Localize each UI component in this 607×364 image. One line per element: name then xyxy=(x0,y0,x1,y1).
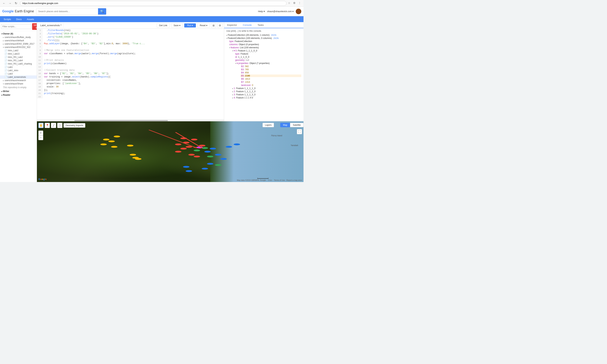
code-line: 13 xyxy=(37,65,224,69)
zoom-in-button[interactable]: + xyxy=(38,130,43,135)
code-line: 15 var bands = ['B2', 'B3', 'B4', 'B5', … xyxy=(37,72,224,75)
search-button[interactable]: 🔍 xyxy=(98,8,106,14)
map-toolbar: ✋ 📍 ╱ ⬡ Geometry Imports xyxy=(38,123,85,128)
fullscreen-button[interactable]: ⛶ xyxy=(297,129,302,134)
console-item-fc100[interactable]: FeatureCollection (100 elements, 0 colum… xyxy=(226,37,301,39)
sidebar-subitem-introlab2[interactable]: 📄 Intro_Lab2 xyxy=(0,49,37,52)
nav-tabs: Scripts Docs Assets xyxy=(0,16,304,22)
sidebar-item-env-emm[interactable]: ▸ users/shaun/ENV_EMM_2017 xyxy=(0,42,37,46)
sidebar-item-research[interactable]: ▸ users/shaun/research xyxy=(0,79,37,82)
sidebar-subitem-introlab-rs2[interactable]: 📄 Intro_RS_Lab2 xyxy=(0,55,37,59)
console-feature-3[interactable]: 3: Feature 1_1_1_3_0 xyxy=(232,93,301,96)
bottom-area: ✋ 📍 ╱ ⬡ Geometry Imports + − xyxy=(37,121,304,182)
folder-icon: ▸ xyxy=(3,40,4,42)
star-icon[interactable]: ☆ xyxy=(288,1,292,5)
blue-pin xyxy=(202,168,208,170)
sidebar-subitem-lab1[interactable]: 📄 Lab1 xyxy=(0,65,37,69)
sidebar-subitem-lab3[interactable]: 📄 Lab3 xyxy=(0,72,37,75)
polygon-tool-button[interactable]: ⬡ xyxy=(57,123,62,128)
console-feature-4[interactable]: 4: Feature 1 1 1 4 0 xyxy=(232,96,301,99)
red-pin xyxy=(188,154,195,156)
run-button[interactable]: Run ▾ xyxy=(184,23,196,27)
sidebar-item-label: users/shaun/Buffalo_study xyxy=(5,36,31,39)
geometry-imports-button[interactable]: Geometry Imports xyxy=(64,123,85,128)
satellite-view-button[interactable]: Satellite xyxy=(290,123,304,127)
yellow-pin xyxy=(108,141,115,142)
console-f0-properties[interactable]: ▾ properties: Object (7 properties) xyxy=(235,62,301,65)
console-tab[interactable]: Console xyxy=(240,22,255,28)
sidebar-item-env202[interactable]: ▾ users/shaun/ENV202_502 xyxy=(0,46,37,49)
console-item-fc28[interactable]: FeatureCollection (28 elements, 1 column… xyxy=(226,34,301,36)
tasks-tab[interactable]: Tasks xyxy=(255,22,267,28)
sidebar-item-default[interactable]: ▸ users/shaun/default xyxy=(0,39,37,42)
map-container[interactable]: ✋ 📍 ╱ ⬡ Geometry Imports + − xyxy=(37,121,304,182)
console-columns: columns: Object (0 properties) xyxy=(229,43,301,46)
new-button[interactable]: NEW ▾ xyxy=(32,23,37,30)
yellow-pin xyxy=(130,154,136,156)
owner-group[interactable]: Owner (6) xyxy=(0,32,37,36)
editor-tab-label[interactable]: Lab4_screenshots * xyxy=(38,23,64,28)
grid-view-button[interactable]: ⊞ xyxy=(211,23,216,28)
address-bar[interactable] xyxy=(20,1,287,6)
user-email[interactable]: shaun@shaunlevick.com ▾ xyxy=(267,10,293,13)
back-button[interactable]: ← xyxy=(1,1,7,6)
code-line: 5 .first()); xyxy=(37,39,224,42)
help-button[interactable]: Help ▾ xyxy=(258,10,265,13)
scale-label: 5 km xyxy=(268,179,272,181)
app-header: Google Earth Engine 🔍 Help ▾ shaun@shaun… xyxy=(0,7,304,16)
forward-button[interactable]: → xyxy=(7,1,13,6)
sidebar-item-buffalo[interactable]: ▸ users/shaun/Buffalo_study xyxy=(0,36,37,39)
reader-section[interactable]: Reader xyxy=(0,93,37,97)
writer-section[interactable]: Writer xyxy=(0,90,37,93)
reset-button[interactable]: Reset ▾ xyxy=(197,23,210,28)
map-scale xyxy=(257,178,268,179)
assets-tab[interactable]: Assets xyxy=(25,17,36,21)
sidebar-subitem-lab4[interactable]: 📄 Lab4_screenshots xyxy=(0,75,37,79)
folder-icon-open: ▾ xyxy=(3,83,4,85)
console-feature-1[interactable]: 1: Feature 1_1_1_1_0 xyxy=(232,87,301,90)
yellow-pin xyxy=(135,158,141,160)
extension-icon[interactable]: ⚙ xyxy=(293,1,297,5)
docs-tab[interactable]: Docs xyxy=(14,17,24,21)
chrome-menu-icon[interactable]: ⋮ xyxy=(298,1,302,5)
console-feature-0-children: type: Feature id: 1_1_1_0_0 geometry: nu… xyxy=(232,52,301,87)
layers-button[interactable]: Layers xyxy=(262,123,274,127)
user-avatar[interactable] xyxy=(296,9,301,14)
console-b5: B5: 2190 xyxy=(240,75,301,77)
red-pin xyxy=(180,148,187,150)
map-view-button[interactable]: Map xyxy=(280,123,290,127)
console-features[interactable]: features: List (100 elements) xyxy=(229,46,301,49)
zoom-out-button[interactable]: − xyxy=(38,135,43,140)
save-button[interactable]: Save ▾ xyxy=(171,23,183,28)
console-features-children: ▾ 0: Feature 1_1_1_0_0 type: Feature id:… xyxy=(229,49,301,99)
line-tool-button[interactable]: ╱ xyxy=(51,123,56,128)
code-editor[interactable]: 2 .filterBounds(roi) 3 .filterDate('2016… xyxy=(37,29,224,120)
code-line: 2 .filterBounds(roi) xyxy=(37,29,224,32)
sidebar-subitem-lab1intro[interactable]: 📄 Lab1_intro xyxy=(0,69,37,72)
console-b4: B4: 858 xyxy=(241,71,301,74)
code-line: 19 scale: 30 xyxy=(37,85,224,89)
sidebar-subitem-introlab-rs5[interactable]: 📄 Intro_RS_Lab5_charting xyxy=(0,62,37,65)
search-input[interactable] xyxy=(36,8,98,14)
refresh-button[interactable]: ↻ xyxy=(13,1,18,6)
settings-button[interactable]: ⚙ xyxy=(218,23,222,28)
main-layout: NEW ▾ Owner (6) ▸ users/shaun/Buffalo_st… xyxy=(0,22,304,182)
console-f0-type: type: Feature xyxy=(235,52,301,55)
pan-tool-button[interactable]: ✋ xyxy=(38,123,43,128)
terms-link[interactable]: Terms of Use xyxy=(274,179,285,181)
sidebar-item-share[interactable]: ▾ users/shaun/Share xyxy=(0,82,37,85)
get-link-button[interactable]: Get Link xyxy=(157,23,170,28)
sidebar-subitem-introlab-rs4[interactable]: 📄 Intro_RS_Lab4 xyxy=(0,59,37,62)
editor-scrollbar[interactable] xyxy=(37,120,224,121)
report-map-error-link[interactable]: Report a map error xyxy=(287,179,302,181)
google-logo-map: Google xyxy=(38,178,47,181)
point-tool-button[interactable]: 📍 xyxy=(45,123,50,128)
console-b2: B2: 582 xyxy=(241,65,301,68)
browser-chrome: ← → ↻ ☆ ⚙ ⋮ xyxy=(0,0,304,7)
filter-scripts-input[interactable] xyxy=(1,24,31,29)
console-feature-2[interactable]: 2: Feature 1_1_1_2_0 xyxy=(232,90,301,93)
sidebar-subitem-introlab22[interactable]: 📄 Intro_Lab22 xyxy=(0,52,37,55)
console-feature-0[interactable]: ▾ 0: Feature 1_1_1_0_0 xyxy=(232,49,301,52)
inspector-tab[interactable]: Inspector xyxy=(224,22,240,28)
scripts-tab[interactable]: Scripts xyxy=(1,17,13,21)
